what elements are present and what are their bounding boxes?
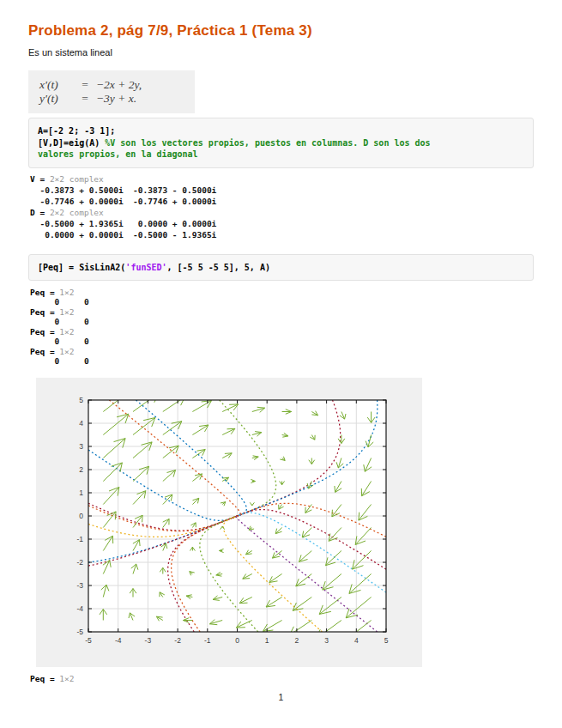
phase-portrait-plot: -5-4-3-2-1012345-5-4-3-2-1012345 <box>36 378 422 667</box>
document-page: Problema 2, pág 7/9, Práctica 1 (Tema 3)… <box>0 0 562 683</box>
equation-line: y′(t) = −3y + x. <box>39 92 184 106</box>
matrix-row: 0 0 <box>30 297 89 306</box>
peq-output-group: Peq = 1×2 0 0 Peq = 1×2 0 0 Peq = 1×2 0 … <box>30 288 534 366</box>
code-line-2: [V,D]=eig(A) <box>38 138 105 148</box>
matrix-row: 0 0 <box>30 356 89 366</box>
variable-name: V = <box>30 174 50 184</box>
page-title: Problema 2, pág 7/9, Práctica 1 (Tema 3) <box>28 22 534 39</box>
phase-portrait-figure: -5-4-3-2-1012345-5-4-3-2-1012345 <box>36 378 422 667</box>
page-number: 1 <box>0 692 562 702</box>
svg-text:1: 1 <box>265 636 269 645</box>
variable-name: Peq = <box>30 347 59 356</box>
equation-lhs: x′(t) <box>39 78 74 92</box>
code-pre: [Peq] = SisLinA2( <box>38 263 125 272</box>
svg-text:-1: -1 <box>76 535 83 543</box>
svg-text:-3: -3 <box>145 636 152 645</box>
matrix-dims: 1×2 <box>59 307 74 317</box>
svg-text:-3: -3 <box>76 581 83 590</box>
matrix-row: 0 0 <box>30 337 89 346</box>
equation-rhs: −2x + 2y, <box>96 78 184 92</box>
equation-block: x′(t) = −2x + 2y, y′(t) = −3y + x. <box>28 70 195 113</box>
svg-text:-2: -2 <box>174 636 181 645</box>
svg-text:-5: -5 <box>85 636 92 645</box>
variable-name: Peq = <box>30 327 59 337</box>
equation-line: x′(t) = −2x + 2y, <box>39 78 184 92</box>
matrix-row: -0.3873 + 0.5000i -0.3873 - 0.5000i <box>30 185 216 195</box>
svg-text:5: 5 <box>384 636 389 645</box>
svg-text:1: 1 <box>79 488 83 497</box>
peq-output-block: Peq = 1×2 0 0 <box>30 288 534 306</box>
matrix-row: -0.5000 + 1.9365i 0.0000 + 0.0000i <box>30 219 216 228</box>
svg-text:-1: -1 <box>204 636 211 645</box>
peq-output-footer: Peq = 1×2 <box>30 674 534 683</box>
output-eigen: V = 2×2 complex -0.3873 + 0.5000i -0.387… <box>30 173 534 240</box>
matrix-row: -0.7746 + 0.0000i -0.7746 + 0.0000i <box>30 197 216 206</box>
matrix-dims: 1×2 <box>59 347 74 356</box>
svg-text:5: 5 <box>79 396 83 404</box>
svg-text:-5: -5 <box>76 628 83 636</box>
svg-text:-4: -4 <box>76 604 83 613</box>
variable-name: Peq = <box>30 288 59 297</box>
code-block-sislin: [Peq] = SisLinA2('funSED', [-5 5 -5 5], … <box>28 254 534 282</box>
code-block-eig: A=[-2 2; -3 1];[V,D]=eig(A) %V son los v… <box>28 118 534 168</box>
svg-text:-2: -2 <box>76 558 83 567</box>
matrix-dims: 1×2 <box>59 674 74 683</box>
matrix-dims: 2×2 complex <box>50 208 104 217</box>
code-post: , [-5 5 -5 5], 5, A) <box>167 263 270 272</box>
variable-name: Peq = <box>30 674 59 683</box>
equation-rhs: −3y + x. <box>96 92 184 106</box>
matrix-dims: 1×2 <box>59 288 74 297</box>
variable-name: D = <box>30 208 50 217</box>
equation-lhs: y′(t) <box>39 92 74 106</box>
string-literal: 'funSED' <box>125 263 166 272</box>
peq-output-block: Peq = 1×2 0 0 <box>30 307 534 326</box>
variable-name: Peq = <box>30 307 59 317</box>
svg-text:3: 3 <box>79 442 83 451</box>
code-comment: %V son los vectores propios, puestos en … <box>105 138 430 148</box>
equals-sign: = <box>74 78 96 92</box>
matrix-dims: 1×2 <box>59 327 74 337</box>
matrix-row: 0 0 <box>30 317 89 326</box>
peq-output-block: Peq = 1×2 0 0 <box>30 347 534 366</box>
peq-output-block: Peq = 1×2 0 0 <box>30 327 534 346</box>
intro-text: Es un sistema lineal <box>28 47 534 58</box>
code-line-1: A=[-2 2; -3 1]; <box>38 126 115 136</box>
equals-sign: = <box>74 92 96 106</box>
svg-text:2: 2 <box>79 465 83 474</box>
matrix-row: 0.0000 + 0.0000i -0.5000 - 1.9365i <box>30 230 216 240</box>
svg-text:3: 3 <box>324 636 329 645</box>
matrix-dims: 2×2 complex <box>50 174 104 184</box>
svg-text:2: 2 <box>295 636 299 645</box>
svg-text:0: 0 <box>235 636 239 645</box>
svg-text:0: 0 <box>79 512 83 520</box>
code-comment-wrap: valores propios, en la diagonal <box>38 149 198 159</box>
svg-text:4: 4 <box>79 419 83 428</box>
svg-text:4: 4 <box>354 636 359 645</box>
svg-text:-4: -4 <box>115 636 122 645</box>
